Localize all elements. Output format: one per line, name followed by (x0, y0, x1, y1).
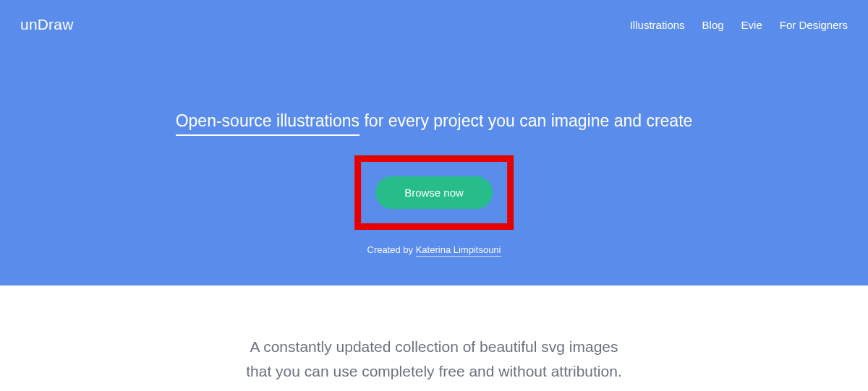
highlight-annotation: Browse now (354, 155, 514, 230)
hero-section: unDraw Illustrations Blog Evie For Desig… (0, 0, 868, 285)
created-by: Created by Katerina Limpitsouni (0, 244, 868, 255)
nav-evie[interactable]: Evie (741, 19, 762, 31)
logo[interactable]: unDraw (20, 16, 74, 33)
nav-illustrations[interactable]: Illustrations (630, 19, 685, 31)
description: A constantly updated collection of beaut… (0, 335, 868, 383)
tagline: Open-source illustrations for every proj… (0, 111, 868, 136)
tagline-emphasis: Open-source illustrations (176, 111, 359, 136)
created-author-link[interactable]: Katerina Limpitsouni (416, 244, 501, 257)
nav-for-designers[interactable]: For Designers (780, 19, 848, 31)
tagline-rest: for every project you can imagine and cr… (359, 111, 692, 130)
description-line-1: A constantly updated collection of beaut… (0, 335, 868, 359)
nav-blog[interactable]: Blog (702, 19, 724, 31)
nav: Illustrations Blog Evie For Designers (630, 19, 848, 31)
header: unDraw Illustrations Blog Evie For Desig… (0, 0, 868, 33)
description-line-2: that you can use completely free and wit… (0, 359, 868, 384)
browse-now-button[interactable]: Browse now (375, 176, 493, 209)
created-prefix: Created by (367, 244, 416, 255)
